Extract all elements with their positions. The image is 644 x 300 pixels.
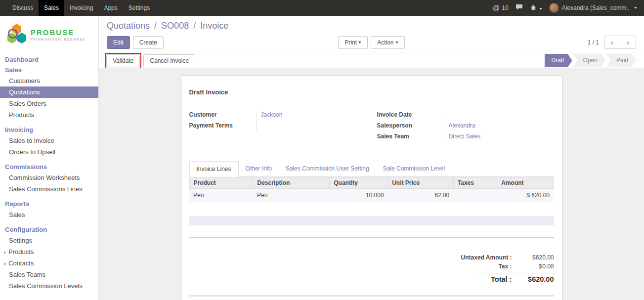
breadcrumb-so008[interactable]: SO008 (161, 21, 189, 31)
create-button[interactable]: Create (133, 36, 164, 49)
sidebar-heading-sales[interactable]: Sales (0, 65, 98, 75)
breadcrumb: Quotations / SO008 / Invoice (107, 20, 636, 32)
sidebar-item-sales-to-invoice[interactable]: Sales to Invoice (0, 135, 98, 146)
sidebar-item-customers[interactable]: Customers (0, 75, 98, 86)
cell-product[interactable]: Pen (189, 189, 253, 202)
sidebar-item-reports-sales[interactable]: Sales (0, 209, 98, 220)
right-field-group: Invoice Date Salesperson Alexandra Sales… (377, 110, 554, 142)
tax-value: $0.00 (512, 263, 554, 270)
tab-other-info[interactable]: Other Info (239, 161, 279, 177)
cell-taxes[interactable] (453, 189, 497, 202)
breadcrumb-separator: / (152, 21, 159, 31)
activity-count: 10 (502, 4, 508, 11)
sidebar-item-sales-teams[interactable]: Sales Teams (0, 269, 98, 280)
app-menu: Discuss Sales Invoicing Apps Settings (7, 0, 155, 16)
cell-quantity[interactable]: 10.000 (330, 189, 388, 202)
menu-settings[interactable]: Settings (123, 0, 155, 16)
sales-team-value[interactable]: Direct Sales (444, 131, 554, 142)
invoice-sheet: Draft Invoice Customer Jackson Payment T… (181, 75, 562, 300)
sidebar-item-orders-to-upsell[interactable]: Orders to Upsell (0, 146, 98, 158)
col-header-description[interactable]: Description (253, 177, 330, 189)
cell-amount[interactable]: $ 620.00 (497, 189, 554, 202)
form-statusbar: Validate Cancel Invoice Draft Open Paid (99, 53, 644, 68)
validate-highlight-box: Validate (105, 53, 141, 69)
col-header-taxes[interactable]: Taxes (453, 177, 497, 189)
breadcrumb-quotations[interactable]: Quotations (107, 21, 150, 31)
totals-block: Untaxed Amount : $620.00 Tax : $0.00 Tot… (189, 253, 554, 284)
menu-invoicing[interactable]: Invoicing (64, 0, 98, 16)
caret-down-icon (539, 8, 542, 10)
col-header-unit-price[interactable]: Unit Price (388, 177, 454, 189)
col-header-quantity[interactable]: Quantity (330, 177, 388, 189)
sidebar-item-quotations[interactable]: Quotations (0, 86, 98, 98)
sidebar-heading-commissions[interactable]: Commissions (0, 162, 98, 172)
cell-unit-price[interactable]: 62.00 (388, 189, 454, 202)
left-field-group: Customer Jackson Payment Terms (189, 110, 366, 142)
top-navbar: Discuss Sales Invoicing Apps Settings @ … (0, 0, 644, 16)
invoice-date-value (444, 110, 554, 121)
breadcrumb-current: Invoice (200, 21, 228, 31)
sidebar: PROBUSE PROFESSIONAL BUSINESS Dashboard … (0, 16, 99, 300)
sidebar-item-settings[interactable]: Settings (0, 235, 98, 246)
total-separator (475, 273, 554, 273)
tab-sale-commission-level[interactable]: Sale Commission Level (376, 161, 452, 177)
activities-counter[interactable]: @ 10 (493, 4, 509, 12)
payment-terms-label: Payment Terms (189, 121, 256, 131)
pager-next-button[interactable]: › (620, 36, 636, 49)
logo-subtitle: PROFESSIONAL BUSINESS (31, 38, 85, 41)
sheet-footer-divider (189, 295, 554, 297)
at-icon: @ (493, 4, 500, 12)
menu-sales[interactable]: Sales (39, 0, 64, 16)
pager-counter: 1 / 1 (588, 39, 599, 46)
pager-previous-button[interactable]: ‹ (604, 36, 620, 49)
user-menu[interactable]: Alexandra (Sales_comm.. (549, 3, 637, 13)
print-dropdown-button[interactable]: Print (338, 36, 368, 49)
total-value: $620.00 (512, 275, 554, 283)
sidebar-item-config-contacts[interactable]: Contacts (0, 257, 98, 269)
sidebar-item-sales-commission-levels[interactable]: Sales Commission Levels (0, 280, 98, 292)
customer-value[interactable]: Jackson (256, 110, 366, 121)
untaxed-amount-value: $620.00 (512, 254, 554, 261)
state-paid[interactable]: Paid (606, 54, 636, 67)
sales-team-label: Sales Team (377, 131, 444, 142)
invoice-line-row[interactable]: Pen Pen 10.000 62.00 $ 620.00 (189, 189, 554, 202)
cancel-invoice-button[interactable]: Cancel Invoice (143, 54, 195, 67)
sidebar-item-sales-commissions-lines[interactable]: Sales Commissions Lines (0, 183, 98, 195)
section-divider (189, 237, 554, 239)
sidebar-item-sales-orders[interactable]: Sales Orders (0, 98, 98, 109)
caret-down-icon (634, 7, 637, 9)
cell-description[interactable]: Pen (253, 189, 330, 202)
content-area: Draft Invoice Customer Jackson Payment T… (99, 68, 644, 300)
sidebar-item-commission-worksheets[interactable]: Commission Worksheets (0, 172, 98, 183)
tab-invoice-lines[interactable]: Invoice Lines (189, 161, 239, 177)
menu-discuss[interactable]: Discuss (7, 0, 39, 16)
logo-title: PROBUSE (31, 28, 85, 37)
tab-sales-commission-user-setting[interactable]: Sales Commission User Setting (279, 161, 376, 177)
action-label: Action (377, 39, 393, 46)
debug-bug-icon[interactable] (530, 4, 542, 12)
col-header-amount[interactable]: Amount (497, 177, 554, 189)
menu-apps[interactable]: Apps (98, 0, 123, 16)
state-draft[interactable]: Draft (545, 54, 572, 67)
sidebar-heading-dashboard[interactable]: Dashboard (0, 54, 98, 65)
expand-arrow-icon (4, 251, 6, 254)
total-label: Total : (491, 275, 512, 283)
col-header-product[interactable]: Product (189, 177, 253, 189)
sidebar-heading-reports[interactable]: Reports (0, 199, 98, 209)
payment-terms-value (256, 121, 366, 131)
sidebar-heading-invoicing[interactable]: Invoicing (0, 125, 98, 135)
sidebar-heading-configuration[interactable]: Configuration (0, 224, 98, 235)
action-dropdown-button[interactable]: Action (371, 36, 404, 49)
sidebar-item-label: Products (8, 248, 34, 256)
state-open[interactable]: Open (573, 54, 605, 67)
notebook-tabs: Invoice Lines Other Info Sales Commissio… (189, 161, 554, 177)
sidebar-item-config-products[interactable]: Products (0, 246, 98, 257)
table-header-row: Product Description Quantity Unit Price … (189, 177, 554, 189)
caret-down-icon (358, 42, 361, 43)
sidebar-item-products[interactable]: Products (0, 109, 98, 121)
salesperson-value[interactable]: Alexandra (444, 121, 554, 131)
validate-button[interactable]: Validate (106, 54, 140, 67)
expand-arrow-icon (4, 262, 6, 265)
messages-icon[interactable] (515, 4, 523, 12)
edit-button[interactable]: Edit (107, 36, 130, 49)
